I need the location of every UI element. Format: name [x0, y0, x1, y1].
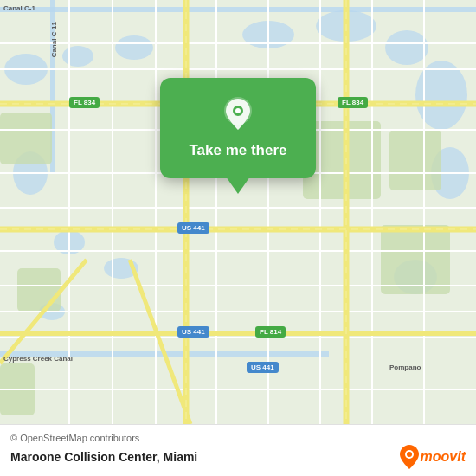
svg-rect-18: [389, 130, 441, 190]
moovit-label: moovit: [421, 449, 466, 465]
svg-rect-20: [381, 225, 450, 294]
label-canal-c1: Canal C-1: [3, 4, 35, 12]
road-badge-fl834-left: FL 834: [69, 97, 100, 108]
svg-rect-1: [0, 7, 476, 12]
svg-rect-21: [17, 268, 61, 312]
map-view: US 441 FL 834 FL 834 US 441 US 441 US 44…: [0, 0, 476, 424]
svg-point-54: [235, 108, 241, 113]
moovit-logo: moovit: [400, 445, 466, 469]
moovit-pin-icon: [400, 445, 419, 469]
take-me-there-button[interactable]: Take me there: [189, 142, 286, 159]
destination-label: Maroone Collision Center, Miami: [10, 450, 197, 464]
location-pin-icon: [219, 95, 257, 133]
map-attribution: © OpenStreetMap contributors: [10, 433, 466, 443]
svg-point-5: [115, 35, 153, 60]
road-badge-us441-mid: US 441: [177, 222, 209, 234]
road-badge-fl814: FL 814: [255, 326, 286, 338]
road-badge-fl834-right: FL 834: [338, 97, 368, 108]
road-badge-us441-bottom: US 441: [247, 362, 279, 373]
svg-point-56: [407, 452, 412, 457]
bottom-bar: © OpenStreetMap contributors Maroone Col…: [0, 424, 476, 476]
road-badge-us441-lower: US 441: [177, 326, 209, 338]
destination-row: Maroone Collision Center, Miami moovit: [10, 445, 466, 469]
svg-rect-19: [0, 113, 52, 164]
svg-point-8: [385, 30, 428, 65]
popup-card[interactable]: Take me there: [160, 78, 316, 178]
label-canal-c11: Canal C-11: [50, 22, 58, 57]
label-cypress-creek: Cypress Creek Canal: [3, 355, 73, 363]
svg-point-4: [62, 46, 93, 67]
label-pompano: Pompano: [389, 363, 421, 371]
